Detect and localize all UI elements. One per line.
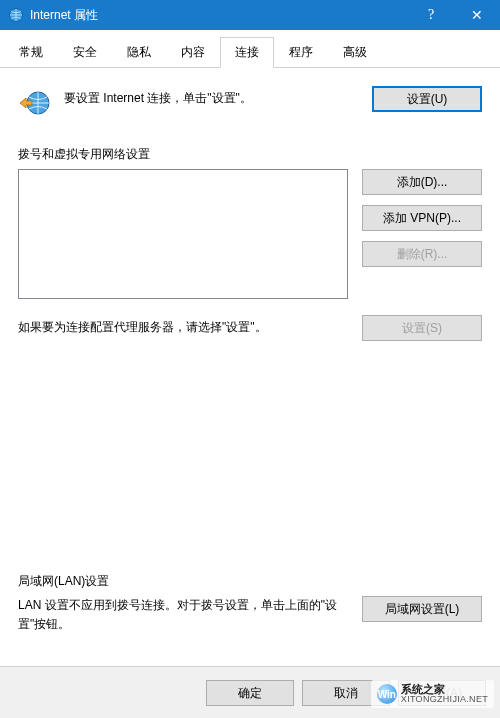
setup-button[interactable]: 设置(U) bbox=[372, 86, 482, 112]
titlebar: Internet 属性 ? ✕ bbox=[0, 0, 500, 30]
watermark-url: XITONGZHIJIA.NET bbox=[401, 695, 488, 705]
window-title: Internet 属性 bbox=[30, 7, 408, 24]
tab-programs[interactable]: 程序 bbox=[274, 37, 328, 68]
dial-buttons-column: 添加(D)... 添加 VPN(P)... 删除(R)... bbox=[362, 169, 482, 267]
add-connection-button[interactable]: 添加(D)... bbox=[362, 169, 482, 195]
dial-section-label: 拨号和虚拟专用网络设置 bbox=[18, 146, 482, 163]
add-vpn-button[interactable]: 添加 VPN(P)... bbox=[362, 205, 482, 231]
close-button[interactable]: ✕ bbox=[454, 0, 500, 30]
tab-panel-connections: 要设置 Internet 连接，单击"设置"。 设置(U) 拨号和虚拟专用网络设… bbox=[0, 68, 500, 664]
watermark-logo-icon: Win bbox=[377, 684, 397, 704]
tab-strip: 常规 安全 隐私 内容 连接 程序 高级 bbox=[0, 30, 500, 68]
connections-listbox[interactable] bbox=[18, 169, 348, 299]
tab-general[interactable]: 常规 bbox=[4, 37, 58, 68]
connection-wizard-icon bbox=[18, 86, 52, 120]
tab-security[interactable]: 安全 bbox=[58, 37, 112, 68]
help-button[interactable]: ? bbox=[408, 0, 454, 30]
lan-section: 局域网(LAN)设置 LAN 设置不应用到拨号连接。对于拨号设置，单击上面的"设… bbox=[18, 573, 482, 634]
lan-section-label: 局域网(LAN)设置 bbox=[18, 573, 482, 590]
dial-area: 添加(D)... 添加 VPN(P)... 删除(R)... bbox=[18, 169, 482, 299]
ok-button[interactable]: 确定 bbox=[206, 680, 294, 706]
setup-row: 要设置 Internet 连接，单击"设置"。 设置(U) bbox=[18, 86, 482, 120]
lan-settings-button[interactable]: 局域网设置(L) bbox=[362, 596, 482, 622]
proxy-instruction-text: 如果要为连接配置代理服务器，请选择"设置"。 bbox=[18, 315, 348, 336]
tab-advanced[interactable]: 高级 bbox=[328, 37, 382, 68]
tab-privacy[interactable]: 隐私 bbox=[112, 37, 166, 68]
tab-connections[interactable]: 连接 bbox=[220, 37, 274, 68]
connection-settings-button: 设置(S) bbox=[362, 315, 482, 341]
lan-instruction-text: LAN 设置不应用到拨号连接。对于拨号设置，单击上面的"设置"按钮。 bbox=[18, 596, 348, 634]
internet-options-icon bbox=[8, 7, 24, 23]
setup-instruction-text: 要设置 Internet 连接，单击"设置"。 bbox=[64, 86, 360, 107]
tab-content[interactable]: 内容 bbox=[166, 37, 220, 68]
remove-connection-button: 删除(R)... bbox=[362, 241, 482, 267]
proxy-row: 如果要为连接配置代理服务器，请选择"设置"。 设置(S) bbox=[18, 315, 482, 341]
watermark: Win 系统之家 XITONGZHIJIA.NET bbox=[371, 680, 494, 708]
